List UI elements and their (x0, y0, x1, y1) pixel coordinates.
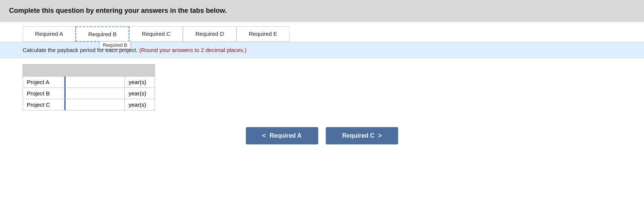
tab-required-b[interactable]: Required B Required B (75, 26, 129, 42)
project-c-unit: year(s) (125, 99, 155, 110)
project-a-input-cell[interactable] (64, 77, 125, 88)
project-a-label: Project A (23, 77, 64, 88)
tab-required-e-label: Required E (249, 31, 277, 37)
project-c-input-cell[interactable] (64, 99, 125, 110)
tab-required-e[interactable]: Required E (236, 26, 290, 42)
tab-required-d[interactable]: Required D (183, 26, 236, 42)
tab-required-c-label: Required C (142, 31, 170, 37)
next-button-label: Required C (342, 132, 374, 139)
table-header-cell (23, 64, 155, 77)
instruction-bar: Calculate the payback period for each pr… (0, 42, 644, 58)
tab-required-a[interactable]: Required A (23, 26, 75, 42)
prev-button-label: Required A (270, 132, 302, 139)
project-c-label: Project C (23, 99, 64, 110)
tab-required-a-label: Required A (35, 31, 63, 37)
content-area: Project A year(s) Project B year(s) Proj… (0, 58, 644, 117)
tab-required-c[interactable]: Required C (129, 26, 183, 42)
project-a-input[interactable] (64, 77, 124, 87)
tab-required-d-label: Required D (195, 31, 224, 37)
project-a-unit: year(s) (125, 77, 155, 88)
header-instruction: Complete this question by entering your … (9, 7, 635, 15)
tab-tooltip: Required B (99, 41, 130, 49)
project-c-input[interactable] (64, 99, 124, 110)
table-row: Project C year(s) (23, 99, 155, 110)
project-b-label: Project B (23, 88, 64, 99)
project-b-unit: year(s) (125, 88, 155, 99)
project-b-input[interactable] (64, 88, 124, 99)
prev-chevron-icon: < (262, 132, 266, 139)
prev-button[interactable]: < Required A (246, 127, 318, 144)
navigation-buttons: < Required A Required C > (0, 117, 644, 152)
tabs-container: Required A Required B Required B Require… (0, 22, 644, 42)
instruction-note: (Round your answers to 2 decimal places.… (139, 47, 246, 53)
payback-table: Project A year(s) Project B year(s) Proj… (23, 64, 155, 110)
tab-required-b-label: Required B (88, 31, 117, 37)
header-bar: Complete this question by entering your … (0, 0, 644, 22)
table-row: Project B year(s) (23, 88, 155, 99)
project-b-input-cell[interactable] (64, 88, 125, 99)
table-header-row (23, 64, 155, 77)
table-row: Project A year(s) (23, 77, 155, 88)
next-button[interactable]: Required C > (326, 127, 399, 144)
next-chevron-icon: > (378, 132, 382, 139)
